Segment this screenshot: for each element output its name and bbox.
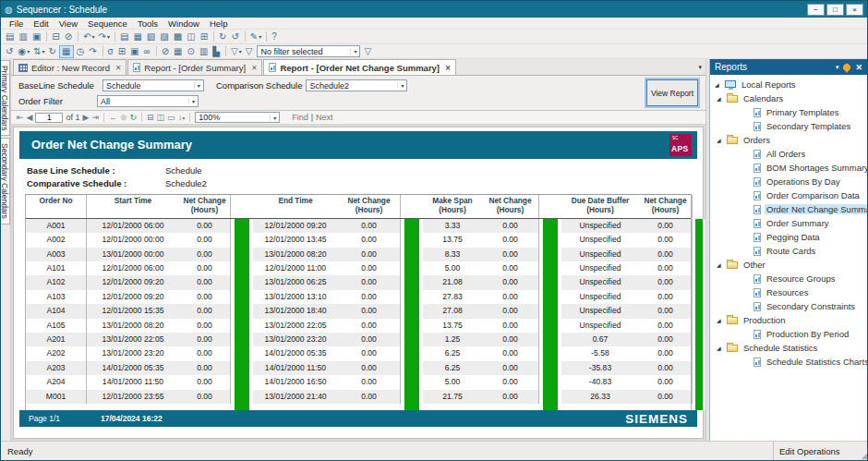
sigma-icon[interactable]: σ xyxy=(106,45,116,58)
tree-expander-icon[interactable]: ◢ xyxy=(715,81,725,88)
minimize-button[interactable]: − xyxy=(807,4,825,16)
resize-grip[interactable]: ◢ xyxy=(856,442,867,460)
order-filter-select[interactable]: All ▾ xyxy=(97,95,199,107)
tree-item-production[interactable]: ◢ Production xyxy=(710,313,867,327)
close-tab-icon[interactable]: ✕ xyxy=(251,64,257,72)
pin-icon[interactable] xyxy=(842,62,852,72)
reschedule-icon[interactable]: ↻ xyxy=(47,45,59,58)
bom-icon[interactable]: ⊞ xyxy=(116,45,128,58)
tree-item-schedule-statistics[interactable]: ◢ Schedule Statistics xyxy=(710,341,867,355)
find-next-link[interactable]: Next xyxy=(316,113,333,122)
tree-item-schedule-statistics-charts[interactable]: Schedule Statistics Charts xyxy=(710,355,867,369)
tree-item-route-cards[interactable]: Route Cards xyxy=(710,244,867,258)
filter-select[interactable]: No filter selected ▾ xyxy=(257,45,360,57)
tree-item-order-summary[interactable]: Order Summary xyxy=(710,216,867,230)
page-number-input[interactable] xyxy=(35,113,63,123)
sequence-back-icon[interactable]: ↺ xyxy=(229,30,241,43)
editor-view-icon[interactable]: ▧ xyxy=(145,30,158,43)
restore-icon[interactable]: ◉▾ xyxy=(16,45,31,58)
print-icon[interactable]: ⊟ xyxy=(50,30,62,43)
menu-item[interactable]: Tools xyxy=(133,18,163,29)
back-button[interactable]: ← xyxy=(109,113,117,122)
cancel-sequence-icon[interactable]: ⊘ xyxy=(160,45,172,58)
tree-item-local-reports[interactable]: ◢ Local Reports xyxy=(710,78,867,91)
menu-item[interactable]: Sequence xyxy=(83,18,132,29)
undo-sequence-icon[interactable]: ↺ xyxy=(4,45,16,58)
first-page-button[interactable]: ⇤ xyxy=(17,113,24,122)
view-report-button[interactable]: View Report xyxy=(646,79,698,106)
trace-view-icon[interactable]: ▨ xyxy=(158,30,171,43)
copy-icon[interactable]: ▣ xyxy=(128,45,141,58)
close-button[interactable]: × xyxy=(846,4,863,16)
tree-item-calendars[interactable]: ◢ Calendars xyxy=(710,91,867,105)
clock-icon[interactable]: ◷ xyxy=(74,45,87,58)
tree-item-operations-by-day[interactable]: Operations By Day xyxy=(710,175,867,188)
schedule-view-icon[interactable]: ▦ xyxy=(131,30,144,43)
next-page-button[interactable]: ▶ xyxy=(82,113,89,122)
menu-item[interactable]: View xyxy=(54,18,82,29)
help-icon[interactable]: ? xyxy=(270,30,280,43)
side-tab-secondary-calendars[interactable]: Secondary Calendars xyxy=(1,138,10,224)
tree-expander-icon[interactable]: ◢ xyxy=(717,95,727,102)
sequence-forward-icon[interactable]: ↻ xyxy=(217,30,229,43)
panel-menu-icon[interactable]: ▾ xyxy=(836,64,839,71)
table-view-icon[interactable]: ▥ xyxy=(198,45,211,58)
tree-item-secondary-templates[interactable]: Secondary Templates xyxy=(710,119,867,133)
chart-view-icon[interactable]: ▙ xyxy=(211,45,223,58)
refresh-button[interactable]: ↻ xyxy=(130,113,138,122)
side-tab-primary-calendars[interactable]: Primary Calendars xyxy=(1,60,10,136)
filter-menu-icon[interactable]: ▽▾ xyxy=(229,45,244,58)
tree-item-orders[interactable]: ◢ Orders xyxy=(710,133,867,147)
find-link[interactable]: Find xyxy=(292,113,308,122)
tree-item-order-comparison-data[interactable]: Order Comparison Data xyxy=(710,188,867,202)
close-panel-icon[interactable]: ✕ xyxy=(855,63,862,72)
tree-item-order-net-change-summary[interactable]: Order Net Change Summary xyxy=(710,202,867,216)
maximize-button[interactable]: □ xyxy=(826,4,844,16)
stock-view-icon[interactable]: ◫ xyxy=(185,30,198,43)
tab-report-order-summary[interactable]: Report - [Order Summary] ✕ xyxy=(127,59,262,75)
tree-item-other[interactable]: ◢ Other xyxy=(710,258,867,272)
cancel-icon[interactable]: ⊘ xyxy=(63,30,75,43)
sort-orders-icon[interactable]: ⇅▾ xyxy=(31,45,46,58)
stop-button[interactable]: ⊗ xyxy=(120,113,127,122)
filter-icon[interactable]: ▽ xyxy=(244,45,256,58)
tree-item-resource-groups[interactable]: Resource Groups xyxy=(710,272,867,285)
menu-item[interactable]: Help xyxy=(205,18,233,29)
print-button[interactable]: ⊟ xyxy=(147,113,154,122)
tree-expander-icon[interactable]: ◢ xyxy=(717,261,727,268)
clear-filter-icon[interactable]: ▽ xyxy=(362,45,374,58)
undo-icon[interactable]: ↶▾ xyxy=(81,30,96,43)
export-button[interactable]: ↓▾ xyxy=(178,113,186,122)
export-icon[interactable]: ▥ xyxy=(17,30,30,43)
tab-report-order-net-change-summary[interactable]: Report - [Order Net Change Summary] ✕ xyxy=(263,59,456,75)
tree-item-resources[interactable]: Resources xyxy=(710,285,867,299)
infinite-capacity-icon[interactable]: ∞ xyxy=(142,45,153,58)
tree-item-pegging-data[interactable]: Pegging Data xyxy=(710,230,867,244)
move-operation-icon[interactable]: ↷ xyxy=(87,45,99,58)
calendar-icon[interactable]: ▦ xyxy=(59,45,74,58)
tree-item-secondary-constraints[interactable]: Secondary Constraints xyxy=(710,299,867,313)
matrix-icon[interactable]: ▦ xyxy=(172,45,185,58)
menu-item[interactable]: Window xyxy=(163,18,204,29)
save-icon[interactable]: ▣ xyxy=(30,30,43,43)
eraser-icon[interactable]: ✎▾ xyxy=(248,30,263,43)
dashboard-icon[interactable]: ⊙ xyxy=(186,45,198,58)
menu-item[interactable]: File xyxy=(5,18,28,29)
zoom-select[interactable]: 100% ▾ xyxy=(195,112,280,123)
tree-item-all-orders[interactable]: All Orders xyxy=(710,147,867,161)
last-page-button[interactable]: ⇥ xyxy=(91,113,99,122)
tab-editor-new-record[interactable]: Editor : New Record ✕ xyxy=(13,59,127,75)
open-icon[interactable]: ▤ xyxy=(4,30,17,43)
plan-view-icon[interactable]: ▩ xyxy=(172,30,185,43)
comparison-schedule-select[interactable]: Schedule2 ▾ xyxy=(306,79,407,91)
tree-expander-icon[interactable]: ◢ xyxy=(717,345,727,351)
tree-item-production-by-period[interactable]: Production By Period xyxy=(710,327,867,341)
gantt-view-icon[interactable]: ▤ xyxy=(118,30,131,43)
tree-item-bom-shortages-summary[interactable]: BOM Shortages Summary xyxy=(710,161,867,175)
kpi-view-icon[interactable]: ⊞ xyxy=(199,30,211,43)
tree-expander-icon[interactable]: ◢ xyxy=(717,137,727,143)
tree-expander-icon[interactable]: ◢ xyxy=(717,317,727,323)
print-layout-button[interactable]: ◫ xyxy=(157,113,165,122)
close-tab-icon[interactable]: ✕ xyxy=(115,64,121,72)
tree-item-primary-templates[interactable]: Primary Templates xyxy=(710,105,867,119)
